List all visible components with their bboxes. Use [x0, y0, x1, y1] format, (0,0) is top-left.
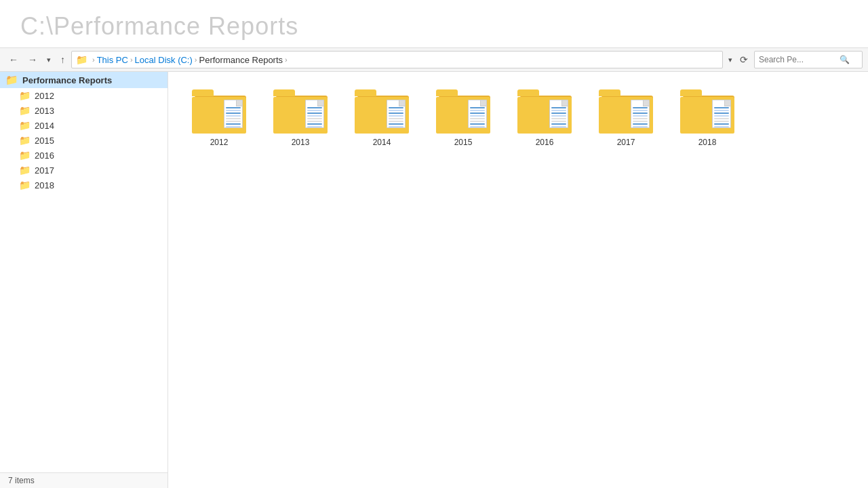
sidebar-item-performance-reports[interactable]: 📁 Performance Reports — [0, 72, 167, 88]
sidebar-item-2018[interactable]: 📁 2018 — [0, 178, 167, 192]
folder-label-2016: 2016 — [536, 138, 554, 147]
page-title: C:\Performance Reports — [20, 12, 848, 41]
title-bar: C:\Performance Reports — [0, 0, 868, 47]
title-prefix: C:\ — [20, 12, 54, 40]
refresh-button[interactable]: ⟳ — [736, 52, 751, 67]
folder-tab — [192, 89, 214, 96]
sidebar-item-2017[interactable]: 📁 2017 — [0, 163, 167, 178]
folder-visual-2017 — [599, 89, 653, 134]
back-button[interactable]: ← — [5, 52, 22, 67]
sidebar-scroll[interactable]: 📁 Performance Reports 📁 2012 📁 2013 📁 20… — [0, 72, 167, 472]
status-bar: 7 items — [0, 472, 167, 488]
search-box: 🔍 — [754, 51, 863, 68]
folder-item-2015[interactable]: 2015 — [426, 85, 500, 151]
breadcrumb-current-folder: Performance Reports — [199, 55, 283, 65]
search-input[interactable] — [755, 55, 836, 64]
folder-item-2017[interactable]: 2017 — [589, 85, 663, 151]
folder-front — [192, 97, 246, 134]
sidebar-label-2014: 2014 — [35, 121, 54, 131]
folder-item-2016[interactable]: 2016 — [507, 85, 582, 151]
sidebar-item-2013[interactable]: 📁 2013 — [0, 103, 167, 118]
sidebar-folder-icon-2014: 📁 — [19, 120, 31, 131]
folder-label-2017: 2017 — [617, 138, 635, 147]
sidebar-label-2013: 2013 — [35, 106, 54, 116]
sidebar-parent-label: Performance Reports — [22, 75, 112, 85]
sidebar-item-2016[interactable]: 📁 2016 — [0, 148, 167, 163]
item-count: 7 items — [8, 476, 35, 485]
folder-item-2012[interactable]: 2012 — [182, 85, 256, 151]
title-name: Performance Reports — [54, 12, 298, 40]
path-dropdown-button[interactable]: ▾ — [726, 54, 735, 66]
folder-visual-2013 — [273, 89, 328, 134]
sidebar-folder-icon-2017: 📁 — [19, 165, 31, 176]
folder-visual-2015 — [436, 89, 490, 134]
sidebar-label-2016: 2016 — [35, 150, 54, 161]
sidebar-parent-folder-icon: 📁 — [5, 74, 18, 86]
folder-label-2015: 2015 — [454, 138, 473, 147]
sidebar-label-2015: 2015 — [35, 136, 54, 146]
sidebar-item-2015[interactable]: 📁 2015 — [0, 133, 167, 148]
sidebar-label-2012: 2012 — [35, 91, 54, 101]
folder-doc — [224, 100, 243, 128]
sidebar-item-2012[interactable]: 📁 2012 — [0, 88, 167, 103]
folder-label-2012: 2012 — [210, 138, 229, 147]
sidebar-folder-icon-2016: 📁 — [19, 150, 31, 161]
folder-item-2013[interactable]: 2013 — [263, 85, 338, 151]
breadcrumb-this-pc[interactable]: This PC — [97, 55, 128, 65]
folder-visual-2014 — [355, 89, 409, 134]
folder-label-2013: 2013 — [292, 138, 310, 147]
folder-visual-2018 — [680, 89, 734, 134]
sidebar-folder-icon-2018: 📁 — [19, 180, 31, 190]
breadcrumb-local-disk[interactable]: Local Disk (C:) — [135, 55, 193, 65]
file-area: 2012 — [168, 72, 868, 488]
folder-label-2014: 2014 — [373, 138, 391, 147]
up-button[interactable]: ↑ — [57, 52, 68, 67]
sidebar-label-2018: 2018 — [35, 180, 54, 190]
folder-label-2018: 2018 — [698, 138, 717, 147]
sidebar-label-2017: 2017 — [35, 165, 54, 176]
folder-visual-2012 — [192, 89, 246, 134]
address-right-controls: ▾ ⟳ — [726, 52, 751, 67]
main-content: 📁 Performance Reports 📁 2012 📁 2013 📁 20… — [0, 72, 868, 488]
sidebar-item-2014[interactable]: 📁 2014 — [0, 118, 167, 133]
forward-button[interactable]: → — [24, 52, 41, 67]
folder-item-2014[interactable]: 2014 — [344, 85, 419, 151]
doc-lines — [226, 107, 241, 128]
search-icon: 🔍 — [836, 55, 853, 64]
address-bar: ← → ▾ ↑ 📁 › This PC › Local Disk (C:) › … — [0, 47, 868, 72]
breadcrumb: 📁 › This PC › Local Disk (C:) › Performa… — [71, 51, 723, 68]
folder-visual-2016 — [517, 89, 572, 134]
dropdown-nav-button[interactable]: ▾ — [43, 54, 54, 66]
sidebar-folder-icon-2012: 📁 — [19, 90, 31, 101]
folder-item-2018[interactable]: 2018 — [670, 85, 745, 151]
sidebar: 📁 Performance Reports 📁 2012 📁 2013 📁 20… — [0, 72, 168, 488]
sidebar-folder-icon-2013: 📁 — [19, 105, 31, 116]
breadcrumb-folder-icon: 📁 — [76, 54, 87, 65]
sidebar-folder-icon-2015: 📁 — [19, 135, 31, 146]
